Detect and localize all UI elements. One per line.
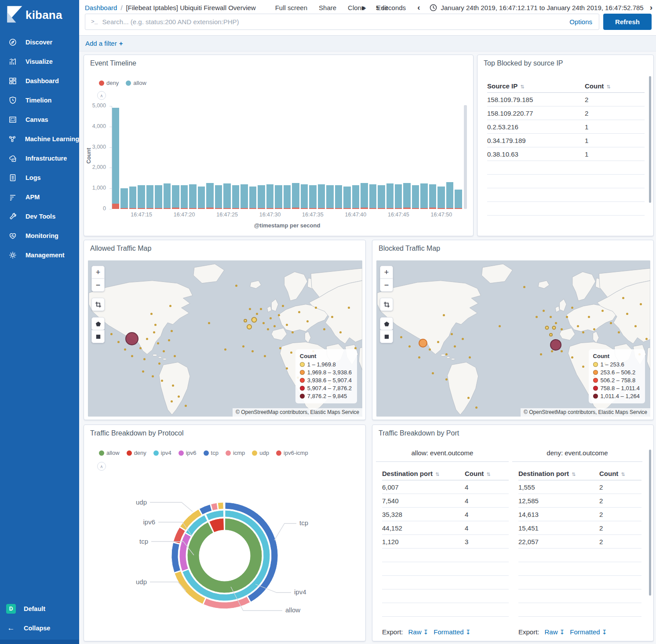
timeline-bar[interactable]: [189, 184, 196, 209]
timeline-bar[interactable]: [112, 108, 119, 209]
timeline-bar[interactable]: [198, 187, 205, 209]
sidebar-item-dashboard[interactable]: Dashboard: [0, 71, 79, 91]
timeline-bar[interactable]: [403, 183, 410, 209]
timeline-bar[interactable]: [292, 183, 299, 209]
scrollbar[interactable]: [649, 450, 651, 596]
legend-item-ipv6-icmp[interactable]: ipv6-icmp: [276, 450, 308, 456]
timeline-bar[interactable]: [412, 185, 419, 209]
breadcrumb-dashboard-link[interactable]: Dashboard: [85, 4, 117, 11]
zoom-out-button[interactable]: −: [380, 278, 393, 292]
fit-bounds-button[interactable]: [91, 298, 105, 311]
legend-item-tcp[interactable]: tcp: [204, 450, 219, 456]
play-icon[interactable]: ▶: [362, 4, 366, 11]
sidebar-item-canvas[interactable]: Canvas: [0, 110, 79, 129]
sidebar-item-timelion[interactable]: Timelion: [0, 91, 79, 110]
refresh-button[interactable]: Refresh: [603, 14, 652, 30]
column-count[interactable]: Count⇅: [599, 470, 625, 477]
sidebar-item-apm[interactable]: APM: [0, 187, 79, 207]
menu-full-screen[interactable]: Full screen: [275, 4, 307, 11]
timeline-bar[interactable]: [206, 183, 213, 209]
timeline-bar[interactable]: [301, 184, 308, 209]
timeline-bar[interactable]: [241, 184, 248, 209]
add-filter-link[interactable]: Add a filter+: [85, 40, 123, 47]
draw-rectangle-button[interactable]: [380, 330, 393, 343]
timeline-bar[interactable]: [429, 184, 436, 209]
map-bubble[interactable]: [552, 326, 556, 329]
donut-segment-allow[interactable]: [187, 518, 262, 593]
timeline-bar[interactable]: [129, 187, 136, 209]
timeline-bar[interactable]: [120, 188, 128, 209]
timeline-bar[interactable]: [275, 185, 282, 209]
sidebar-item-dev-tools[interactable]: Dev Tools: [0, 207, 79, 226]
sidebar-collapse-button[interactable]: ← Collapse: [0, 618, 79, 638]
space-switcher[interactable]: D Default: [0, 599, 79, 618]
timeline-bar[interactable]: [181, 185, 188, 209]
timeline-bar[interactable]: [343, 187, 350, 209]
timeline-bar[interactable]: [138, 185, 145, 209]
map-bubble[interactable]: [545, 326, 549, 329]
timeline-bar[interactable]: [284, 185, 291, 209]
export-formatted-link[interactable]: Formatted: [570, 628, 600, 636]
time-range[interactable]: January 24th 2019, 16:47:12.171 to Janua…: [441, 4, 643, 11]
sidebar-item-visualize[interactable]: Visualize: [0, 52, 79, 71]
sidebar-item-discover[interactable]: Discover: [0, 33, 79, 52]
sidebar-item-machine-learning[interactable]: Machine Learning: [0, 129, 79, 149]
legend-collapse-button[interactable]: ∧: [97, 462, 106, 471]
timeline-bar[interactable]: [335, 185, 342, 209]
legend-item-ipv4[interactable]: ipv4: [153, 450, 171, 456]
timeline-bar[interactable]: [455, 190, 462, 209]
timeline-bar[interactable]: [369, 184, 376, 209]
draw-polygon-button[interactable]: [91, 317, 105, 330]
donut-segment-tcp[interactable]: [171, 543, 180, 573]
scrollbar[interactable]: [649, 76, 651, 203]
draw-rectangle-button[interactable]: [91, 330, 105, 343]
chevron-left-icon[interactable]: ‹: [417, 4, 420, 11]
refresh-interval[interactable]: 5 seconds: [376, 4, 406, 11]
timeline-bar[interactable]: [309, 185, 316, 209]
timeline-bar[interactable]: [437, 187, 445, 209]
column-source-ip[interactable]: Source IP⇅: [487, 82, 585, 90]
map-canvas[interactable]: + − Count 1 – 1,969.81,969.8 – 3,938.63,…: [88, 260, 362, 417]
timeline-bar[interactable]: [326, 185, 333, 209]
zoom-out-button[interactable]: −: [91, 278, 105, 292]
export-raw-link[interactable]: Raw: [408, 628, 422, 636]
donut-segment-udp[interactable]: [218, 502, 223, 509]
map-bubble[interactable]: [251, 317, 257, 322]
legend-item-allow[interactable]: allow: [99, 450, 120, 456]
map-bubble[interactable]: [125, 332, 138, 345]
sidebar-item-management[interactable]: Management: [0, 245, 79, 265]
timeline-bar[interactable]: [318, 184, 325, 209]
legend-item-deny[interactable]: deny: [127, 450, 146, 456]
timeline-bar[interactable]: [215, 185, 222, 209]
timeline-bar[interactable]: [352, 185, 359, 209]
timeline-bar[interactable]: [378, 185, 385, 209]
map-bubble[interactable]: [419, 339, 427, 348]
map-bubble[interactable]: [244, 319, 247, 322]
column-count[interactable]: Count⇅: [585, 82, 611, 90]
options-link[interactable]: Options: [569, 18, 592, 26]
legend-item-ipv6[interactable]: ipv6: [179, 450, 197, 456]
timeline-bar[interactable]: [266, 184, 273, 209]
timeline-bar[interactable]: [232, 185, 239, 209]
timeline-bar[interactable]: [172, 185, 179, 209]
timeline-bar[interactable]: [258, 185, 265, 209]
legend-item-allow[interactable]: allow: [126, 80, 146, 86]
chevron-right-icon[interactable]: ›: [650, 4, 652, 11]
column-destination-port[interactable]: Destination port⇅: [518, 470, 599, 477]
timeline-bar[interactable]: [223, 183, 230, 209]
map-bubble[interactable]: [550, 339, 561, 351]
timeline-bar[interactable]: [146, 185, 153, 209]
timeline-bar[interactable]: [361, 183, 368, 209]
fit-bounds-button[interactable]: [380, 298, 393, 311]
timeline-bar[interactable]: [386, 183, 394, 209]
zoom-in-button[interactable]: +: [380, 266, 393, 279]
column-destination-port[interactable]: Destination port⇅: [382, 470, 465, 477]
menu-share[interactable]: Share: [319, 4, 336, 11]
draw-polygon-button[interactable]: [380, 317, 393, 330]
timeline-bar[interactable]: [155, 185, 162, 209]
search-input[interactable]: [102, 18, 570, 26]
map-canvas[interactable]: + − Count 1 – 253.6253.6 – 506.2506.2 – …: [376, 260, 650, 417]
timeline-bar[interactable]: [249, 187, 256, 209]
map-bubble[interactable]: [549, 333, 553, 337]
zoom-in-button[interactable]: +: [91, 266, 105, 279]
